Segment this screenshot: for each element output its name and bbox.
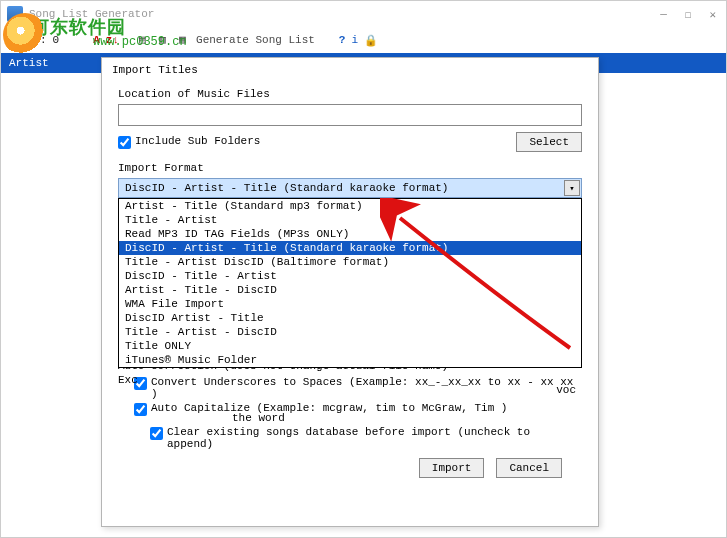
dropdown-option[interactable]: Artist - Title (Standard mp3 format) bbox=[119, 199, 581, 213]
include-sub-checkbox[interactable]: Include Sub Folders bbox=[118, 135, 260, 149]
close-button[interactable]: ✕ bbox=[709, 8, 716, 21]
clear-database-input[interactable] bbox=[150, 427, 163, 440]
include-sub-input[interactable] bbox=[118, 136, 131, 149]
dropdown-option[interactable]: DiscID - Artist - Title (Standard karaok… bbox=[119, 241, 581, 255]
minimize-button[interactable]: — bbox=[660, 8, 667, 21]
auto-capitalize-label: Auto Capitalize (Example: mcgraw, tim to… bbox=[151, 402, 507, 414]
import-titles-dialog: Import Titles Location of Music Files In… bbox=[101, 57, 599, 527]
window-title: Song List Generator bbox=[29, 8, 660, 20]
voc-tail: voc bbox=[556, 384, 576, 396]
location-group: Location of Music Files Include Sub Fold… bbox=[118, 88, 582, 152]
info-icon: i bbox=[351, 34, 358, 46]
import-format-combo[interactable]: DiscID - Artist - Title (Standard karaok… bbox=[118, 178, 582, 198]
location-label: Location of Music Files bbox=[118, 88, 582, 100]
doc2-icon: ▥ bbox=[159, 33, 173, 47]
lock-button[interactable]: 🔒 bbox=[364, 34, 378, 47]
import-format-label: Import Format bbox=[118, 162, 582, 174]
auto-capitalize-input[interactable] bbox=[134, 403, 147, 416]
lock-icon: 🔒 bbox=[364, 34, 378, 47]
dropdown-option[interactable]: Title - Artist DiscID (Baltimore format) bbox=[119, 255, 581, 269]
exclude-stub: Exc bbox=[118, 374, 138, 386]
window-controls: — ☐ ✕ bbox=[660, 8, 716, 21]
dropdown-option[interactable]: Title ONLY bbox=[119, 339, 581, 353]
help-icon: ? bbox=[339, 34, 346, 46]
the-word-text: the word bbox=[232, 412, 285, 424]
doc-icon: ▤ bbox=[139, 33, 153, 47]
dropdown-option[interactable]: Artist - Title - DiscID bbox=[119, 283, 581, 297]
include-sub-label: Include Sub Folders bbox=[135, 135, 260, 147]
auto-correction-group: Auto Correction (does not change actual … bbox=[118, 360, 582, 416]
dropdown-option[interactable]: Title - Artist bbox=[119, 213, 581, 227]
sort-desc-button[interactable]: z↓ bbox=[106, 34, 119, 46]
dropdown-option[interactable]: Title - Artist - DiscID bbox=[119, 325, 581, 339]
import-format-group: Import Format DiscID - Artist - Title (S… bbox=[118, 162, 582, 198]
maximize-button[interactable]: ☐ bbox=[685, 8, 692, 21]
clear-database-label: Clear existing songs database before imp… bbox=[167, 426, 582, 450]
generate-label: Generate Song List bbox=[196, 34, 315, 46]
help-button[interactable]: ? bbox=[339, 34, 346, 46]
dialog-title: Import Titles bbox=[102, 58, 598, 84]
sort-asc-button[interactable]: A bbox=[93, 34, 100, 46]
sort-z-icon: z↓ bbox=[106, 34, 119, 46]
songs-label: Songs: bbox=[7, 34, 47, 46]
sort-a-icon: A bbox=[93, 34, 100, 46]
window-titlebar: Song List Generator — ☐ ✕ bbox=[1, 1, 726, 27]
dialog-buttons: Import Cancel bbox=[118, 452, 582, 478]
auto-capitalize-checkbox[interactable]: Auto Capitalize (Example: mcgraw, tim to… bbox=[134, 402, 582, 416]
songs-count: 0 bbox=[53, 34, 60, 46]
clear-database-checkbox[interactable]: Clear existing songs database before imp… bbox=[150, 426, 582, 450]
app-icon bbox=[7, 6, 23, 22]
convert-underscores-checkbox[interactable]: Convert Underscores to Spaces (Example: … bbox=[134, 376, 582, 400]
chevron-down-icon[interactable]: ▾ bbox=[564, 180, 580, 196]
dropdown-option[interactable]: Read MP3 ID TAG Fields (MP3s ONLY) bbox=[119, 227, 581, 241]
import-format-dropdown: Artist - Title (Standard mp3 format)Titl… bbox=[118, 198, 582, 368]
dropdown-option[interactable]: DiscID Artist - Title bbox=[119, 311, 581, 325]
main-toolbar: 河东软件园 www.pc0359.cn Songs: 0 A z↓ ▤ ▥ ▦G… bbox=[1, 27, 726, 53]
select-button[interactable]: Select bbox=[516, 132, 582, 152]
cancel-button[interactable]: Cancel bbox=[496, 458, 562, 478]
list-icon: ▦ bbox=[179, 33, 193, 47]
dropdown-option[interactable]: iTunes® Music Folder bbox=[119, 353, 581, 367]
convert-underscores-label: Convert Underscores to Spaces (Example: … bbox=[151, 376, 582, 400]
info-button[interactable]: i bbox=[351, 34, 358, 46]
toolbar-icon-2[interactable]: ▥ bbox=[159, 33, 173, 47]
import-button[interactable]: Import bbox=[419, 458, 485, 478]
dropdown-option[interactable]: WMA File Import bbox=[119, 297, 581, 311]
dropdown-option[interactable]: DiscID - Title - Artist bbox=[119, 269, 581, 283]
location-input[interactable] bbox=[118, 104, 582, 126]
toolbar-icon-1[interactable]: ▤ bbox=[139, 33, 153, 47]
column-artist[interactable]: Artist bbox=[9, 57, 49, 69]
combo-selected-value[interactable]: DiscID - Artist - Title (Standard karaok… bbox=[118, 178, 582, 198]
generate-song-list-button[interactable]: ▦Generate Song List bbox=[179, 33, 315, 47]
